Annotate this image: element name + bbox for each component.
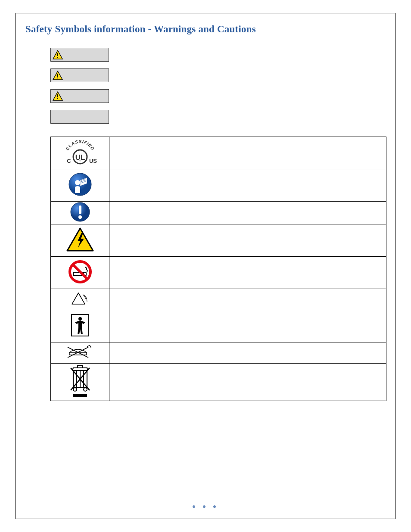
symbol-description <box>109 310 386 342</box>
read-manual-icon <box>68 172 92 196</box>
symbol-description <box>109 257 386 289</box>
svg-rect-41 <box>78 366 83 368</box>
symbol-cell <box>51 257 109 289</box>
warning-triangle-icon <box>53 50 63 59</box>
safety-symbols-table: CLASSIFIED UL ® C US <box>50 137 386 401</box>
svg-point-16 <box>75 180 80 185</box>
symbol-description <box>109 364 386 401</box>
symbol-description <box>109 289 386 310</box>
svg-point-42 <box>73 388 77 391</box>
svg-text:C: C <box>67 158 71 164</box>
svg-point-22 <box>78 215 82 219</box>
symbol-description <box>109 169 386 202</box>
table-row <box>51 342 386 364</box>
symbol-cell <box>51 364 109 401</box>
svg-text:US: US <box>89 158 97 164</box>
symbol-cell <box>51 310 109 342</box>
svg-rect-8 <box>57 98 58 99</box>
svg-rect-2 <box>57 57 58 58</box>
symbol-description <box>109 202 386 224</box>
warning-box <box>50 68 109 82</box>
warning-triangle-icon <box>53 91 63 101</box>
symbol-description <box>109 224 386 257</box>
svg-rect-21 <box>79 205 81 214</box>
footer-dots: ● ● ● <box>16 503 395 510</box>
keep-dry-icon <box>65 345 95 359</box>
symbol-description <box>109 342 386 364</box>
symbol-cell <box>51 342 109 364</box>
svg-point-31 <box>78 317 82 320</box>
mandatory-action-icon <box>70 202 90 222</box>
svg-line-33 <box>87 345 89 347</box>
symbol-cell <box>51 224 109 257</box>
warning-box <box>50 89 109 103</box>
svg-point-43 <box>84 388 87 391</box>
warning-box <box>50 48 109 62</box>
symbol-cell: CLASSIFIED UL ® C US <box>51 137 109 169</box>
no-smoking-icon <box>68 260 92 284</box>
weee-disposal-icon <box>67 364 93 398</box>
svg-text:®: ® <box>79 160 81 162</box>
svg-rect-1 <box>57 53 58 56</box>
table-row <box>51 289 386 310</box>
table-row <box>51 202 386 224</box>
table-row: CLASSIFIED UL ® C US <box>51 137 386 169</box>
ul-classified-mark-icon: CLASSIFIED UL ® C US <box>59 140 102 166</box>
type-bf-applied-part-icon <box>69 313 91 338</box>
svg-rect-4 <box>57 74 58 77</box>
symbol-description <box>109 137 386 169</box>
svg-rect-5 <box>57 78 58 78</box>
warning-triangle-icon <box>53 71 63 80</box>
section-title: Safety Symbols information - Warnings an… <box>25 24 386 35</box>
warning-box-group <box>50 48 386 124</box>
symbol-cell <box>51 202 109 224</box>
alarm-triangle-icon <box>70 291 90 306</box>
warning-box <box>50 110 109 124</box>
symbol-cell <box>51 169 109 202</box>
table-row <box>51 257 386 289</box>
svg-rect-7 <box>57 94 58 97</box>
table-row <box>51 224 386 257</box>
table-row <box>51 310 386 342</box>
symbol-cell <box>51 289 109 310</box>
svg-rect-46 <box>73 394 87 397</box>
electric-shock-icon <box>66 227 94 252</box>
table-row <box>51 169 386 202</box>
table-row <box>51 364 386 401</box>
